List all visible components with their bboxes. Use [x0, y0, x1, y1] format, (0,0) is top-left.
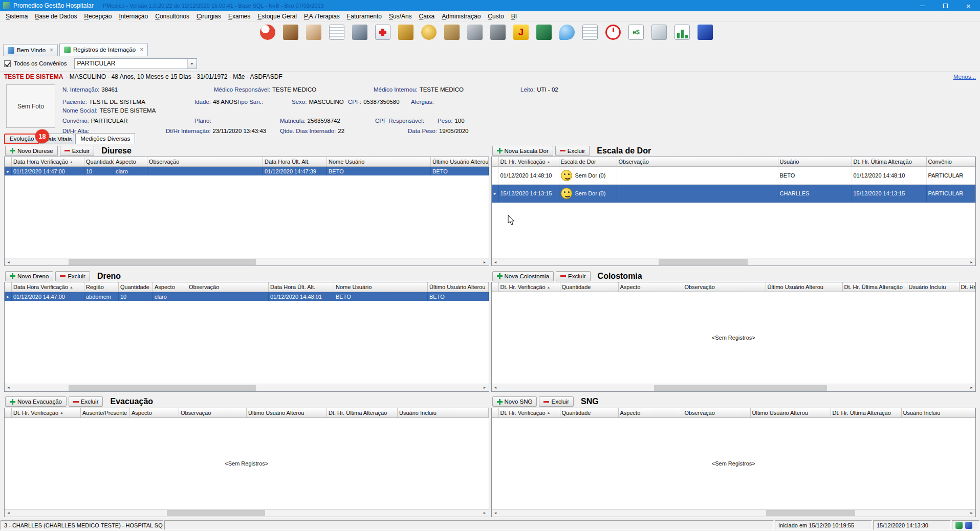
- toolbar-chart-icon[interactable]: [674, 25, 690, 40]
- scroll-right-icon[interactable]: ►: [481, 510, 489, 517]
- menu-item-recepcao[interactable]: Recepção: [80, 12, 115, 21]
- todos-convenios-checkbox[interactable]: [4, 60, 11, 67]
- delete-dreno-button[interactable]: Excluir: [55, 271, 90, 281]
- toolbar-equipment-icon[interactable]: [490, 25, 506, 40]
- delete-colostomia-button[interactable]: Excluir: [556, 271, 591, 281]
- toolbar-ambulance-icon[interactable]: [375, 25, 390, 40]
- menu-item-estoque-geral[interactable]: Estoque Geral: [254, 12, 300, 21]
- scroll-left-icon[interactable]: ◄: [5, 510, 12, 517]
- new-evacuacao-button[interactable]: Nova Evacuação: [5, 396, 67, 407]
- column-header[interactable]: Usuário Incluiu: [398, 408, 489, 417]
- column-header[interactable]: Região: [84, 282, 119, 292]
- toolbar-bi-icon[interactable]: [698, 25, 713, 40]
- new-colostomia-button[interactable]: Nova Colostomia: [492, 271, 554, 281]
- subtab-medicoes-diversas[interactable]: Medições Diversas: [75, 133, 135, 144]
- column-header[interactable]: Dt. Hr. Verificação▲: [499, 282, 560, 292]
- scroll-right-icon[interactable]: ►: [968, 510, 975, 517]
- table-row[interactable]: ▸ 01/12/2020 14:47:00 10 claro 01/12/202…: [5, 167, 489, 175]
- column-header[interactable]: Usuário Incluiu: [902, 408, 976, 417]
- tab-bem-vindo[interactable]: Bem Vindo ×: [3, 44, 58, 56]
- menu-item-faturamento[interactable]: Faturamento: [343, 12, 385, 21]
- column-header[interactable]: Último Usuário Alterou: [428, 282, 489, 292]
- chevron-down-icon[interactable]: ▼: [187, 59, 197, 69]
- toolbar-report-icon[interactable]: [582, 25, 598, 40]
- column-header[interactable]: Dt. Hr. Verificação▲: [499, 408, 560, 417]
- menu-item-administracao[interactable]: Administração: [438, 12, 484, 21]
- column-header[interactable]: Aspecto: [130, 408, 179, 417]
- menu-item-exames[interactable]: Exames: [225, 12, 254, 21]
- column-header[interactable]: Aspecto: [114, 157, 147, 166]
- column-header[interactable]: Aspecto: [619, 408, 683, 417]
- scroll-left-icon[interactable]: ◄: [492, 384, 499, 391]
- close-tab-icon[interactable]: ×: [140, 47, 143, 53]
- toolbar-safe-icon[interactable]: [467, 25, 483, 40]
- scroll-thumb[interactable]: [654, 385, 827, 391]
- scroll-right-icon[interactable]: ►: [481, 258, 489, 266]
- column-header[interactable]: Dt. Hr. Última Alteração: [852, 157, 927, 166]
- column-header[interactable]: Observação: [683, 408, 751, 417]
- toolbar-phone-icon[interactable]: J: [513, 25, 529, 40]
- menu-item-bi[interactable]: BI: [508, 12, 520, 21]
- column-header[interactable]: Quantidade: [560, 282, 619, 292]
- toolbar-attendant-icon[interactable]: [306, 25, 321, 40]
- column-header[interactable]: Dt. Hr.: [960, 282, 976, 292]
- toolbar-documents-icon[interactable]: [651, 25, 667, 40]
- column-header[interactable]: Data Hora Verificação▲: [12, 157, 84, 166]
- column-header[interactable]: Observação: [187, 282, 269, 292]
- column-header[interactable]: Nome Usuário: [334, 282, 428, 292]
- scroll-thumb[interactable]: [659, 259, 748, 265]
- column-header[interactable]: Nome Usuário: [327, 157, 431, 166]
- new-escala-dor-button[interactable]: Nova Escala Dor: [492, 146, 553, 156]
- scroll-right-icon[interactable]: ►: [968, 384, 975, 391]
- toolbar-chat-icon[interactable]: [559, 25, 575, 40]
- delete-escala-dor-button[interactable]: Excluir: [555, 146, 590, 156]
- close-button[interactable]: ×: [957, 0, 980, 11]
- delete-sng-button[interactable]: Excluir: [539, 396, 574, 407]
- column-header[interactable]: Quantidade: [560, 408, 619, 417]
- column-header[interactable]: Convênio: [927, 157, 976, 166]
- column-header[interactable]: Dt. Hr. Verificação▲: [499, 157, 559, 166]
- column-header[interactable]: Usuário: [778, 157, 852, 166]
- convenio-dropdown[interactable]: PARTICULAR ▼: [74, 58, 197, 69]
- column-header[interactable]: Observação: [179, 408, 247, 417]
- menu-item-sus-ans[interactable]: Sus/Ans: [385, 12, 416, 21]
- column-header[interactable]: Observação: [147, 157, 263, 166]
- maximize-button[interactable]: [934, 0, 957, 11]
- column-header[interactable]: Dt. Hr. Última Alteração: [843, 282, 907, 292]
- scroll-left-icon[interactable]: ◄: [5, 384, 12, 391]
- scroll-right-icon[interactable]: ►: [968, 258, 975, 266]
- column-header[interactable]: Último Usuário Alterou: [247, 408, 327, 417]
- toolbar-transport-icon[interactable]: [352, 25, 367, 40]
- scroll-left-icon[interactable]: ◄: [5, 258, 12, 266]
- column-header[interactable]: Dt. Hr. Última Alteração: [327, 408, 398, 417]
- menu-item-sistema[interactable]: Sistema: [2, 12, 31, 21]
- tab-registros-de-internacao[interactable]: Registros de Internação ×: [59, 43, 148, 56]
- scroll-right-icon[interactable]: ►: [481, 384, 489, 391]
- column-header[interactable]: Aspecto: [153, 282, 187, 292]
- scroll-thumb[interactable]: [167, 510, 265, 516]
- column-header[interactable]: Dt. Hr. Última Alteração: [831, 408, 902, 417]
- column-header[interactable]: Data Hora Verificação▲: [12, 282, 84, 292]
- column-header[interactable]: Escala de Dor: [559, 157, 617, 166]
- minimize-button[interactable]: [911, 0, 934, 11]
- table-row[interactable]: ▸ 01/12/2020 14:47:00 abdomem 10 claro 0…: [5, 292, 489, 301]
- toolbar-patients-icon[interactable]: [283, 25, 298, 40]
- scroll-thumb[interactable]: [69, 259, 256, 265]
- scroll-left-icon[interactable]: ◄: [492, 258, 499, 266]
- column-header[interactable]: Quantidade: [119, 282, 153, 292]
- delete-evacuacao-button[interactable]: Excluir: [69, 396, 103, 407]
- table-row[interactable]: ▸ 15/12/2020 14:13:15 Sem Dor (0) CHARLL…: [492, 185, 976, 203]
- toolbar-power-icon[interactable]: [605, 25, 621, 40]
- menu-item-cirurgias[interactable]: Cirurgias: [193, 12, 225, 21]
- scroll-left-icon[interactable]: ◄: [492, 510, 499, 517]
- column-header[interactable]: Quantidade: [84, 157, 114, 166]
- toolbar-ledger-icon[interactable]: [536, 25, 552, 40]
- menu-item-consultorios[interactable]: Consultórios: [151, 12, 193, 21]
- scroll-thumb[interactable]: [69, 385, 256, 391]
- toolbar-purchases-icon[interactable]: [398, 25, 413, 40]
- menu-item-internacao[interactable]: Internação: [115, 12, 151, 21]
- table-row[interactable]: 01/12/2020 14:48:10 Sem Dor (0) BETO 01/…: [492, 167, 976, 185]
- column-header[interactable]: Dt. Hr. Verificação▲: [12, 408, 81, 417]
- column-header[interactable]: Ausente/Presente: [81, 408, 130, 417]
- new-sng-button[interactable]: Novo SNG: [492, 396, 537, 407]
